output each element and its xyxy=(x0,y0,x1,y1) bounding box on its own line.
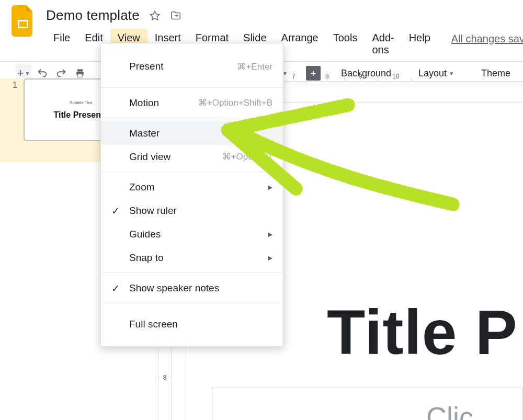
check-icon: ✓ xyxy=(111,205,120,217)
menu-item-guides[interactable]: Guides ▶ xyxy=(101,222,283,246)
menu-shortcut: ⌘+Option+Shift+B xyxy=(198,97,272,108)
move-to-folder-icon[interactable] xyxy=(170,10,181,21)
menu-item-snapto[interactable]: Snap to ▶ xyxy=(101,246,283,269)
ruler-tick: 8 xyxy=(325,73,329,80)
menu-item-speakernotes[interactable]: ✓ Show speaker notes xyxy=(101,276,283,300)
menu-separator xyxy=(101,303,283,303)
ruler-tick: 8 xyxy=(163,374,167,381)
ruler-tick: 10 xyxy=(392,73,399,80)
menu-label: Show speaker notes xyxy=(129,282,219,294)
menu-item-gridview[interactable]: Grid view ⌘+Option+1 xyxy=(101,145,283,168)
vertical-ruler[interactable]: 7 8 xyxy=(158,343,172,420)
menu-addons[interactable]: Add-ons xyxy=(365,29,401,61)
menu-item-present[interactable]: Present ⌘+Enter xyxy=(101,49,283,84)
slides-logo xyxy=(10,5,36,37)
thumb-subtitle: Subtitle Text xyxy=(70,100,92,105)
menu-separator xyxy=(101,172,283,172)
menu-label: Snap to xyxy=(129,252,164,264)
menu-label: Show ruler xyxy=(129,205,177,217)
menu-help[interactable]: Help xyxy=(402,29,438,61)
placeholder-box[interactable] xyxy=(212,388,523,420)
menu-file[interactable]: File xyxy=(46,29,77,61)
menu-label: Zoom xyxy=(129,181,155,193)
ruler-tick: 9 xyxy=(359,73,362,80)
menu-item-fullscreen[interactable]: Full screen xyxy=(101,307,283,342)
star-icon[interactable] xyxy=(149,10,161,21)
menu-item-showruler[interactable]: ✓ Show ruler xyxy=(101,199,283,222)
svg-marker-2 xyxy=(150,11,159,19)
submenu-arrow-icon: ▶ xyxy=(268,184,272,191)
slide-title-text[interactable]: Title P xyxy=(327,296,518,368)
menu-label: Grid view xyxy=(129,151,170,163)
menu-label: Present xyxy=(129,61,163,72)
submenu-arrow-icon: ▶ xyxy=(268,254,272,262)
svg-rect-1 xyxy=(19,21,27,27)
submenu-arrow-icon: ▶ xyxy=(268,231,272,238)
menu-item-master[interactable]: Master xyxy=(101,121,283,145)
menu-separator xyxy=(101,273,283,273)
menu-item-motion[interactable]: Motion ⌘+Option+Shift+B xyxy=(101,91,283,115)
save-status[interactable]: All changes saved in D xyxy=(451,29,523,61)
check-icon: ✓ xyxy=(111,282,120,294)
document-title[interactable]: Demo template xyxy=(46,7,140,24)
menu-label: Full screen xyxy=(129,319,178,330)
menu-item-zoom[interactable]: Zoom ▶ xyxy=(101,175,283,199)
menu-label: Motion xyxy=(129,97,159,109)
view-menu-dropdown: Present ⌘+Enter Motion ⌘+Option+Shift+B … xyxy=(100,43,283,347)
menu-label: Master xyxy=(129,128,160,139)
doc-title-row: Demo template xyxy=(46,5,523,24)
menu-label: Guides xyxy=(129,229,161,240)
placeholder-text[interactable]: Clic xyxy=(426,401,473,420)
menu-separator xyxy=(101,87,283,88)
menu-shortcut: ⌘+Option+1 xyxy=(222,151,272,162)
menu-tools[interactable]: Tools xyxy=(326,29,365,61)
menu-separator xyxy=(101,118,283,118)
slide-number: 1 xyxy=(13,78,17,90)
menu-shortcut: ⌘+Enter xyxy=(237,61,272,72)
ruler-tick: 7 xyxy=(292,73,295,80)
